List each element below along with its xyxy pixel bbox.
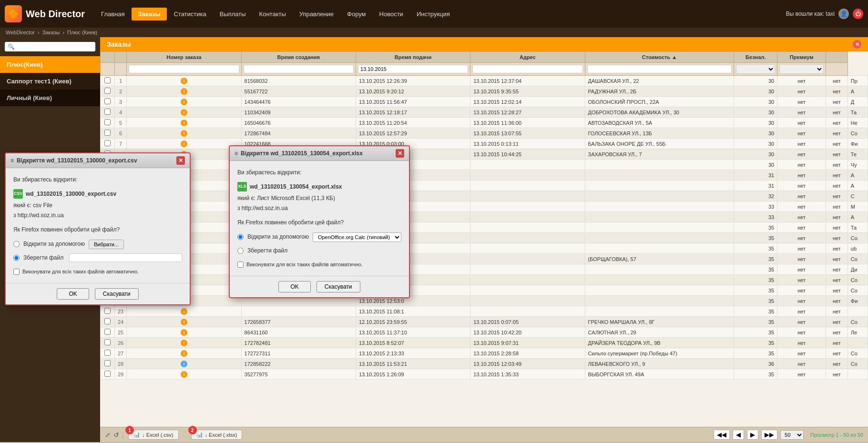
export-xlsx-button[interactable]: 📊 ↓ Excel (.xlsx): [191, 430, 243, 440]
col-created[interactable]: Время создания: [241, 52, 356, 63]
filter-submitted[interactable]: [358, 65, 468, 73]
user-icon[interactable]: 👤: [838, 9, 849, 19]
table-row: 21 i 13.10.2015 6:16:22 35 нет нет Со: [101, 285, 868, 296]
filter-order-num[interactable]: [129, 65, 239, 73]
cell-cost: 35: [734, 338, 777, 348]
info-icon[interactable]: i: [181, 319, 187, 325]
col-order-num[interactable]: Номер заказа: [127, 52, 241, 63]
info-icon[interactable]: i: [181, 340, 187, 346]
cell-cashless: нет: [777, 296, 826, 306]
nav-payouts[interactable]: Выплаты: [213, 8, 253, 20]
cell-order-num: 864311б0: [241, 327, 356, 338]
orders-table-wrapper[interactable]: Номер заказа Время создания Время подачи…: [100, 51, 868, 427]
row-checkbox[interactable]: [104, 318, 111, 324]
row-checkbox[interactable]: [104, 350, 111, 356]
export-csv-button[interactable]: 📊 ↓ Excel (.csv): [128, 430, 178, 440]
table-row: 8 i 143885942 13.10.2015 10:34:07 13.10.…: [101, 149, 868, 160]
info-icon[interactable]: i: [181, 109, 187, 116]
row-checkbox[interactable]: [104, 371, 111, 377]
cell-address: ВЫБОРГСКАЯ УЛ. 49А: [585, 369, 734, 380]
row-checkbox[interactable]: [104, 77, 111, 83]
nav-instructions[interactable]: Инструкция: [410, 8, 457, 20]
cell-cost: 35: [734, 317, 777, 327]
breadcrumb-item-2[interactable]: Заказы: [42, 30, 60, 35]
modal-xlsx-close[interactable]: ✕: [396, 149, 404, 158]
search-input[interactable]: [8, 43, 92, 50]
modal-xlsx-cancel-button[interactable]: Скасувати: [317, 281, 360, 292]
xlsx-auto-checkbox[interactable]: [237, 262, 244, 268]
csv-auto-checkbox[interactable]: [13, 269, 20, 275]
nav-home[interactable]: Главная: [94, 8, 131, 20]
xlsx-open-app-select[interactable]: OpenOffice.org Calc (типовий): [313, 232, 401, 242]
modal-xlsx-ok-button[interactable]: OK: [278, 281, 310, 292]
filter-cashless[interactable]: [736, 64, 775, 74]
page-first-button[interactable]: ◀◀: [714, 430, 730, 440]
row-checkbox[interactable]: [104, 308, 111, 314]
filter-created[interactable]: [244, 65, 354, 73]
row-checkbox[interactable]: [104, 339, 111, 345]
info-icon[interactable]: i: [181, 120, 187, 126]
power-icon[interactable]: ⏻: [853, 9, 863, 19]
xlsx-save-radio[interactable]: [237, 248, 244, 254]
col-submitted[interactable]: Время подачи: [356, 52, 470, 63]
page-last-button[interactable]: ▶▶: [761, 430, 777, 440]
cell-cashless: нет: [777, 327, 826, 338]
nav-forum[interactable]: Форум: [340, 8, 373, 20]
info-icon[interactable]: i: [181, 78, 187, 84]
csv-save-radio[interactable]: [13, 255, 20, 261]
filter-cost[interactable]: [587, 65, 732, 73]
nav-orders[interactable]: Заказы: [132, 8, 167, 20]
info-icon[interactable]: i: [181, 308, 187, 315]
xlsx-open-radio[interactable]: [237, 234, 244, 240]
sidebar-item-plus-kyiv[interactable]: Плюс(Киев): [0, 56, 100, 73]
filter-address[interactable]: [472, 65, 582, 73]
cell-extra: Со: [848, 128, 868, 139]
page-next-button[interactable]: ▶: [747, 430, 758, 440]
info-icon[interactable]: i: [181, 329, 187, 336]
table-body: 1 i 81568032 13.10.2015 12:26:39 13.10.2…: [101, 76, 868, 380]
sidebar-search-box[interactable]: [5, 42, 95, 51]
csv-open-radio[interactable]: [13, 241, 20, 247]
cell-premium: нет: [826, 139, 848, 149]
nav-manage[interactable]: Управление: [293, 8, 340, 20]
page-prev-button[interactable]: ◀: [733, 430, 744, 440]
info-icon[interactable]: i: [181, 88, 187, 95]
info-icon[interactable]: i: [181, 99, 187, 105]
csv-save-path[interactable]: [69, 253, 182, 262]
info-icon[interactable]: i: [181, 371, 187, 378]
nav-stats[interactable]: Статистика: [167, 8, 213, 20]
col-cost[interactable]: Стоимость ▲: [585, 52, 734, 63]
col-address[interactable]: Адрес: [470, 52, 585, 63]
table-row: 14 i 13.10.2015 8:54:32 33 нет нет А: [101, 212, 868, 222]
info-icon[interactable]: i: [181, 350, 187, 357]
per-page-select[interactable]: 50 100: [780, 430, 804, 440]
refresh-icon[interactable]: ↺: [113, 431, 119, 439]
cell-cashless: нет: [777, 285, 826, 296]
sidebar-item-support-kyiv[interactable]: Саппорт тест1 (Киев): [0, 73, 100, 90]
row-checkbox[interactable]: [104, 140, 111, 146]
row-checkbox[interactable]: [104, 360, 111, 366]
row-checkbox[interactable]: [104, 119, 111, 125]
expand-icon[interactable]: ⤢: [105, 431, 111, 439]
csv-choose-button[interactable]: Вибрати...: [89, 240, 124, 249]
row-checkbox[interactable]: [104, 130, 111, 136]
nav-contacts[interactable]: Контакты: [253, 8, 293, 20]
modal-csv-ok-button[interactable]: OK: [57, 288, 89, 300]
info-icon[interactable]: i: [181, 130, 187, 137]
modal-csv-close[interactable]: ✕: [176, 156, 185, 165]
cell-extra: Не: [848, 118, 868, 128]
row-checkbox[interactable]: [104, 329, 111, 335]
modal-csv-cancel-button[interactable]: Скасувати: [95, 288, 139, 300]
nav-news[interactable]: Новости: [373, 8, 410, 20]
breadcrumb-item-1[interactable]: WebDirector: [6, 30, 35, 35]
breadcrumb-item-3[interactable]: Плюс (Киев): [67, 30, 97, 35]
info-icon[interactable]: i: [181, 141, 187, 147]
info-icon[interactable]: i: [181, 361, 187, 367]
filter-premium[interactable]: [779, 64, 824, 74]
content-close-button[interactable]: ✕: [853, 40, 861, 49]
row-checkbox[interactable]: [104, 98, 111, 104]
row-checkbox[interactable]: [104, 88, 111, 94]
sidebar-item-personal-kyiv[interactable]: Личный (Киев): [0, 90, 100, 106]
row-checkbox[interactable]: [104, 109, 111, 115]
cell-extra: А: [848, 212, 868, 222]
